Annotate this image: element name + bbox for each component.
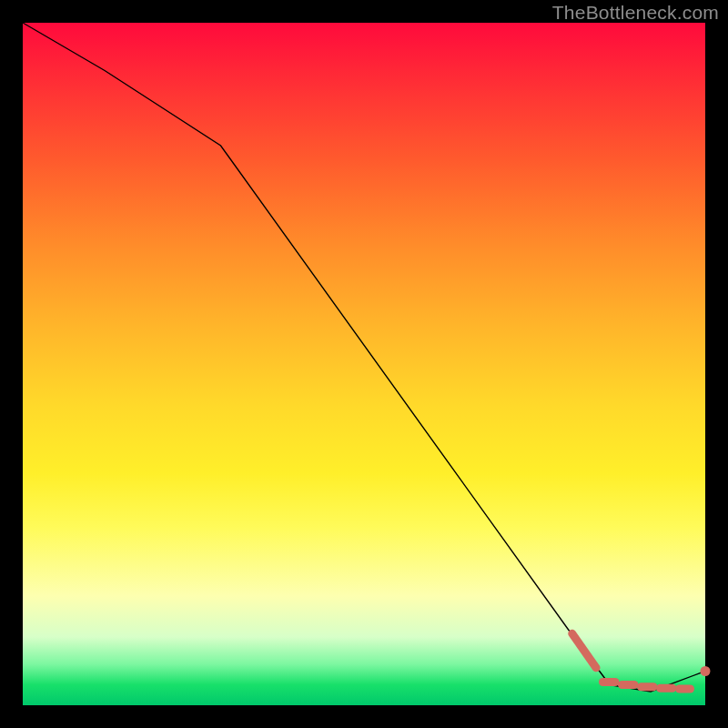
bottleneck-curve xyxy=(23,23,705,692)
marker-end-dot xyxy=(701,666,711,676)
watermark-text: TheBottleneck.com xyxy=(552,2,719,24)
chart-overlay xyxy=(23,23,705,705)
marker-layer xyxy=(572,633,711,689)
marker-thick-segment xyxy=(572,633,596,668)
chart-frame: TheBottleneck.com xyxy=(0,0,728,728)
